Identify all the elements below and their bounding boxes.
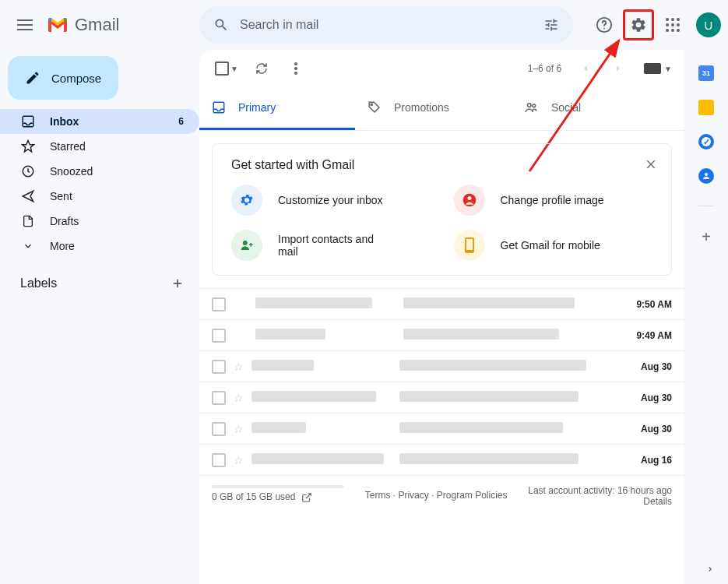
app-header: Gmail U bbox=[0, 0, 728, 50]
svg-point-22 bbox=[467, 196, 471, 200]
svg-point-20 bbox=[533, 104, 536, 107]
row-checkbox[interactable] bbox=[212, 297, 226, 311]
terms-link[interactable]: Terms bbox=[365, 490, 391, 501]
row-checkbox[interactable] bbox=[212, 422, 226, 436]
get-started-card: Get started with Gmail Customize your in… bbox=[212, 143, 672, 276]
mail-time: 9:49 AM bbox=[617, 330, 672, 341]
nav-inbox[interactable]: Inbox 6 bbox=[0, 109, 199, 134]
mail-time: Aug 30 bbox=[617, 424, 672, 434]
row-checkbox[interactable] bbox=[212, 329, 226, 343]
nav-label: Starred bbox=[50, 140, 86, 153]
tune-icon bbox=[543, 17, 559, 33]
compose-label: Compose bbox=[51, 72, 101, 85]
more-actions-button[interactable] bbox=[282, 53, 310, 84]
main-menu-button[interactable] bbox=[6, 6, 44, 44]
nav-drafts[interactable]: Drafts bbox=[0, 209, 199, 234]
tasks-app-button[interactable]: ✓ bbox=[698, 134, 714, 150]
mail-row[interactable]: ☆ Aug 16 bbox=[199, 444, 684, 475]
tag-icon bbox=[368, 100, 382, 114]
nav-sent[interactable]: Sent bbox=[0, 184, 199, 209]
star-toggle[interactable]: ☆ bbox=[234, 361, 244, 373]
program-policies-link[interactable]: Program Policies bbox=[437, 490, 508, 501]
nav-more[interactable]: More bbox=[0, 234, 199, 259]
row-checkbox[interactable] bbox=[212, 360, 226, 374]
inbox-icon bbox=[20, 114, 36, 128]
svg-point-7 bbox=[677, 23, 680, 26]
prev-page-button[interactable] bbox=[574, 56, 599, 81]
input-tools-button[interactable]: ▼ bbox=[644, 63, 672, 74]
settings-button[interactable] bbox=[623, 9, 654, 40]
nav-label: Snoozed bbox=[50, 165, 93, 178]
account-avatar[interactable]: U bbox=[696, 12, 721, 37]
svg-point-10 bbox=[677, 29, 680, 32]
contacts-app-button[interactable] bbox=[698, 168, 714, 184]
compose-button[interactable]: Compose bbox=[8, 56, 118, 100]
google-apps-button[interactable] bbox=[657, 9, 688, 40]
add-label-button[interactable] bbox=[167, 273, 188, 294]
tab-social[interactable]: Social bbox=[511, 87, 666, 130]
search-input[interactable] bbox=[240, 18, 533, 32]
search-button[interactable] bbox=[206, 9, 237, 40]
gs-gmail-mobile[interactable]: Get Gmail for mobile bbox=[454, 230, 653, 261]
pagination-range: 1–6 of 6 bbox=[528, 63, 561, 74]
gs-import-contacts[interactable]: Import contacts and mail bbox=[231, 230, 431, 261]
privacy-link[interactable]: Privacy bbox=[398, 490, 428, 501]
star-toggle[interactable]: ☆ bbox=[234, 423, 244, 435]
storage-text: 0 GB of 15 GB used bbox=[212, 491, 295, 502]
people-icon bbox=[523, 100, 539, 114]
svg-point-6 bbox=[671, 23, 674, 26]
mail-row[interactable]: ☆ Aug 30 bbox=[199, 350, 684, 382]
search-options-button[interactable] bbox=[536, 9, 567, 40]
details-link[interactable]: Details bbox=[643, 496, 672, 507]
svg-point-18 bbox=[371, 104, 372, 105]
get-addons-button[interactable]: + bbox=[702, 228, 711, 246]
search-icon bbox=[213, 17, 229, 33]
refresh-button[interactable] bbox=[248, 53, 276, 84]
keep-app-button[interactable] bbox=[698, 100, 714, 115]
refresh-icon bbox=[255, 62, 269, 76]
close-icon bbox=[645, 158, 657, 171]
mail-time: Aug 30 bbox=[617, 361, 672, 372]
mail-time: Aug 16 bbox=[617, 455, 672, 466]
category-tabs: Primary Promotions Social bbox=[199, 87, 684, 131]
mail-row[interactable]: 9:50 AM bbox=[199, 288, 684, 319]
star-toggle[interactable]: ☆ bbox=[234, 454, 244, 466]
dismiss-card-button[interactable] bbox=[642, 155, 660, 174]
collapse-side-panel-button[interactable] bbox=[706, 564, 714, 575]
mail-list: 9:50 AM 9:49 AM ☆ Aug 30 ☆ A bbox=[199, 288, 684, 475]
mail-row[interactable]: 9:49 AM bbox=[199, 319, 684, 350]
gs-customize-inbox[interactable]: Customize your inbox bbox=[231, 185, 431, 216]
tab-primary[interactable]: Primary bbox=[199, 87, 355, 130]
nav-snoozed[interactable]: Snoozed bbox=[0, 159, 199, 184]
pencil-icon bbox=[25, 70, 40, 86]
help-icon bbox=[596, 16, 613, 33]
calendar-app-button[interactable]: 31 bbox=[698, 65, 714, 81]
clock-icon bbox=[20, 164, 36, 178]
main-panel: ▼ 1–6 of 6 ▼ Primary bbox=[199, 50, 684, 584]
row-checkbox[interactable] bbox=[212, 453, 226, 467]
nav-starred[interactable]: Starred bbox=[0, 134, 199, 159]
tab-promotions[interactable]: Promotions bbox=[355, 87, 511, 130]
inbox-count: 6 bbox=[178, 116, 190, 127]
gmail-wordmark: Gmail bbox=[75, 15, 119, 35]
gmail-logo[interactable]: Gmail bbox=[44, 15, 119, 35]
select-all-dropdown[interactable]: ▼ bbox=[212, 58, 241, 79]
support-button[interactable] bbox=[589, 9, 620, 40]
mail-row[interactable]: ☆ Aug 30 bbox=[199, 382, 684, 413]
open-in-new-icon[interactable] bbox=[301, 492, 312, 503]
person-add-icon bbox=[238, 238, 255, 252]
gs-change-profile[interactable]: Change profile image bbox=[454, 185, 653, 216]
svg-point-9 bbox=[671, 29, 674, 32]
svg-point-15 bbox=[294, 67, 297, 70]
next-page-button[interactable] bbox=[605, 56, 630, 81]
svg-point-26 bbox=[705, 173, 708, 176]
star-toggle[interactable]: ☆ bbox=[234, 392, 244, 404]
footer: 0 GB of 15 GB used Terms · Privacy · Pro… bbox=[199, 475, 684, 516]
select-all-checkbox[interactable] bbox=[215, 62, 229, 76]
nav-label: More bbox=[50, 240, 75, 252]
row-checkbox[interactable] bbox=[212, 391, 226, 405]
nav-label: Inbox bbox=[50, 115, 79, 128]
search-bar[interactable] bbox=[199, 6, 573, 44]
mail-row[interactable]: ☆ Aug 30 bbox=[199, 413, 684, 444]
mail-time: 9:50 AM bbox=[617, 299, 672, 310]
